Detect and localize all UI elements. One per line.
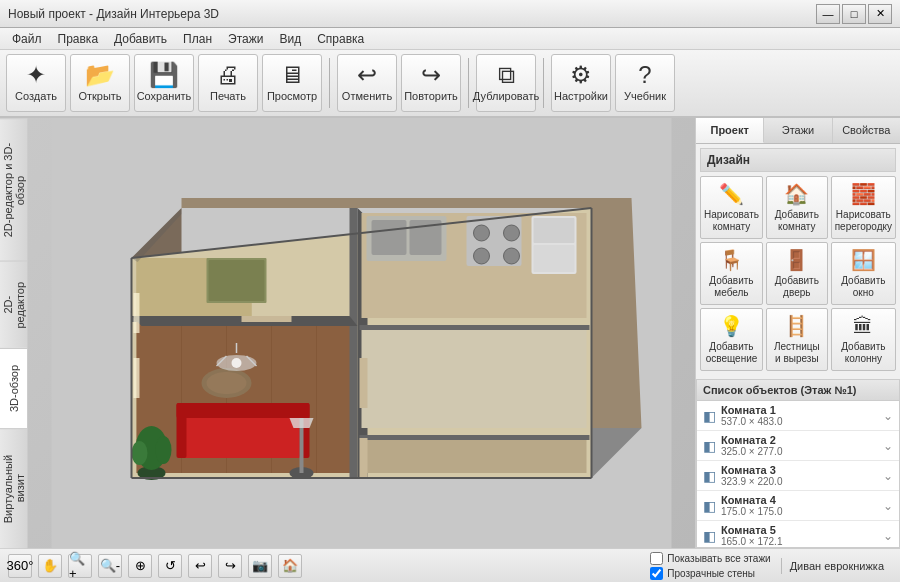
maximize-button[interactable]: □	[842, 4, 866, 24]
design-btn-label: Добавить дверь	[770, 275, 824, 299]
design-grid: ✏️Нарисовать комнату🏠Добавить комнату🧱На…	[700, 176, 896, 371]
toolbar-separator	[543, 58, 544, 108]
right-tab-properties[interactable]: Свойства	[833, 118, 900, 143]
left-tab-2d-editor[interactable]: 2D-редактор	[0, 261, 27, 348]
toolbar-icon: 📂	[85, 63, 115, 87]
minimize-button[interactable]: —	[816, 4, 840, 24]
bottom-tool-3[interactable]: 🔍-	[98, 554, 122, 578]
menu-item-справка[interactable]: Справка	[309, 30, 372, 48]
bottom-tool-1[interactable]: ✋	[38, 554, 62, 578]
object-arrow: ⌄	[883, 439, 893, 453]
object-size: 165.0 × 172.1	[721, 536, 878, 547]
object-icon: ◧	[703, 468, 716, 484]
design-btn-добавить-мебель[interactable]: 🪑Добавить мебель	[700, 242, 763, 305]
right-panel: ПроектЭтажиСвойства Дизайн ✏️Нарисовать …	[695, 118, 900, 548]
design-btn-добавить-колонну[interactable]: 🏛Добавить колонну	[831, 308, 896, 371]
design-btn-нарисовать-перегородку[interactable]: 🧱Нарисовать перегородку	[831, 176, 896, 239]
svg-rect-48	[134, 358, 140, 398]
toolbar-btn-печать[interactable]: 🖨Печать	[198, 54, 258, 112]
object-name: Комната 1	[721, 404, 878, 416]
bottom-bar: 360°✋🔍+🔍-⊕↺↩↪📷🏠Показывать все этажиПрозр…	[0, 548, 900, 582]
object-item[interactable]: ◧ Комната 4 175.0 × 175.0 ⌄	[697, 491, 899, 521]
menu-item-добавить[interactable]: Добавить	[106, 30, 175, 48]
object-item[interactable]: ◧ Комната 5 165.0 × 172.1 ⌄	[697, 521, 899, 548]
objects-header: Список объектов (Этаж №1)	[696, 379, 900, 400]
bottom-tool-7[interactable]: ↪	[218, 554, 242, 578]
toolbar-btn-просмотр[interactable]: 🖥Просмотр	[262, 54, 322, 112]
toolbar-btn-дублировать[interactable]: ⧉Дублировать	[476, 54, 536, 112]
object-item[interactable]: ◧ Комната 2 325.0 × 277.0 ⌄	[697, 431, 899, 461]
toolbar-btn-создать[interactable]: ✦Создать	[6, 54, 66, 112]
design-btn-icon: ✏️	[719, 182, 744, 206]
design-btn-icon: 🧱	[851, 182, 876, 206]
menu-item-правка[interactable]: Правка	[50, 30, 107, 48]
toolbar-btn-настройки[interactable]: ⚙Настройки	[551, 54, 611, 112]
menu-item-вид[interactable]: Вид	[271, 30, 309, 48]
bottom-checkbox-показывать-все-этажи[interactable]: Показывать все этажи	[650, 552, 770, 565]
bottom-tool-9[interactable]: 🏠	[278, 554, 302, 578]
right-tab-project[interactable]: Проект	[696, 118, 764, 143]
design-btn-icon: 🪑	[719, 248, 744, 272]
bottom-tool-2[interactable]: 🔍+	[68, 554, 92, 578]
toolbar-icon: ↪	[421, 63, 441, 87]
svg-rect-50	[360, 358, 368, 408]
objects-section: Список объектов (Этаж №1) ◧ Комната 1 53…	[696, 379, 900, 548]
design-btn-label: Добавить освещение	[704, 341, 759, 365]
left-tab-3d-view[interactable]: 3D-обзор	[0, 348, 27, 428]
toolbar-btn-учебник[interactable]: ?Учебник	[615, 54, 675, 112]
toolbar: ✦Создать📂Открыть💾Сохранить🖨Печать🖥Просмо…	[0, 50, 900, 118]
bottom-tool-5[interactable]: ↺	[158, 554, 182, 578]
menu-item-файл[interactable]: Файл	[4, 30, 50, 48]
menubar: ФайлПравкаДобавитьПланЭтажиВидСправка	[0, 28, 900, 50]
bottom-checkbox-прозрачные-стены[interactable]: Прозрачные стены	[650, 567, 770, 580]
design-btn-label: Добавить комнату	[770, 209, 824, 233]
toolbar-btn-отменить[interactable]: ↩Отменить	[337, 54, 397, 112]
bottom-tool-0[interactable]: 360°	[8, 554, 32, 578]
toolbar-btn-повторить[interactable]: ↪Повторить	[401, 54, 461, 112]
bottom-tool-6[interactable]: ↩	[188, 554, 212, 578]
object-item[interactable]: ◧ Комната 3 323.9 × 220.0 ⌄	[697, 461, 899, 491]
toolbar-icon: ?	[638, 63, 651, 87]
design-btn-добавить-дверь[interactable]: 🚪Добавить дверь	[766, 242, 828, 305]
object-info: Комната 1 537.0 × 483.0	[721, 404, 878, 427]
toolbar-label: Сохранить	[137, 90, 192, 103]
toolbar-icon: ⚙	[570, 63, 592, 87]
design-btn-label: Лестницы и вырезы	[770, 341, 824, 365]
close-button[interactable]: ✕	[868, 4, 892, 24]
svg-rect-36	[534, 245, 575, 272]
design-btn-лестницы-и-вырезы[interactable]: 🪜Лестницы и вырезы	[766, 308, 828, 371]
left-tab-virtual-tour[interactable]: Виртуальный визит	[0, 428, 27, 548]
bottom-tool-8[interactable]: 📷	[248, 554, 272, 578]
design-btn-добавить-окно[interactable]: 🪟Добавить окно	[831, 242, 896, 305]
svg-point-40	[474, 248, 490, 264]
toolbar-label: Учебник	[624, 90, 666, 103]
design-btn-icon: 🏛	[853, 314, 873, 338]
object-item[interactable]: ◧ Комната 1 537.0 × 483.0 ⌄	[697, 401, 899, 431]
right-panel-tabs: ПроектЭтажиСвойства	[696, 118, 900, 144]
menu-item-план[interactable]: План	[175, 30, 220, 48]
floorplan-bg	[28, 118, 695, 548]
bottom-checkboxes: Показывать все этажиПрозрачные стены	[650, 552, 770, 580]
object-arrow: ⌄	[883, 409, 893, 423]
toolbar-btn-открыть[interactable]: 📂Открыть	[70, 54, 130, 112]
toolbar-btn-сохранить[interactable]: 💾Сохранить	[134, 54, 194, 112]
right-tab-floors[interactable]: Этажи	[764, 118, 832, 143]
object-icon: ◧	[703, 408, 716, 424]
svg-rect-47	[134, 293, 140, 333]
svg-rect-46	[209, 260, 265, 301]
checkbox-input[interactable]	[650, 552, 663, 565]
design-btn-добавить-комнату[interactable]: 🏠Добавить комнату	[766, 176, 828, 239]
menu-item-этажи[interactable]: Этажи	[220, 30, 271, 48]
toolbar-label: Отменить	[342, 90, 392, 103]
design-btn-label: Нарисовать комнату	[704, 209, 759, 233]
toolbar-label: Повторить	[404, 90, 458, 103]
left-tab-2d-editor-3d[interactable]: 2D-редактор и 3D-обзор	[0, 118, 27, 261]
svg-rect-20	[360, 435, 590, 440]
checkbox-input[interactable]	[650, 567, 663, 580]
bottom-tool-4[interactable]: ⊕	[128, 554, 152, 578]
design-btn-добавить-освещение[interactable]: 💡Добавить освещение	[700, 308, 763, 371]
object-icon: ◧	[703, 498, 716, 514]
toolbar-icon: ↩	[357, 63, 377, 87]
design-btn-нарисовать-комнату[interactable]: ✏️Нарисовать комнату	[700, 176, 763, 239]
svg-point-41	[504, 248, 520, 264]
